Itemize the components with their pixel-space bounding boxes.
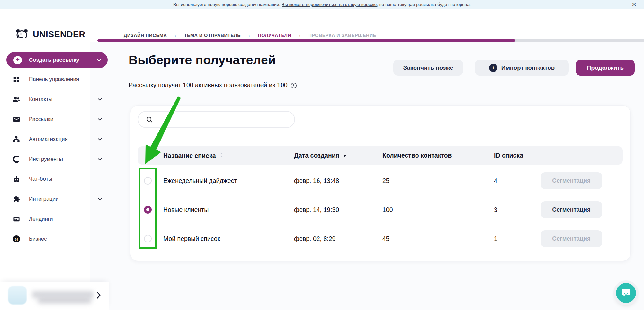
chevron-right-icon — [96, 292, 101, 300]
yandex-business-icon: Я — [12, 235, 21, 243]
app-window: Вы используете новую версию создания кам… — [0, 0, 644, 310]
banner-close-icon[interactable]: ✕ — [629, 0, 639, 9]
sidebar-item-label: Бизнес — [29, 236, 47, 242]
segmentation-button: Сегментация — [541, 230, 602, 247]
column-header-contact-count: Количество контактов — [382, 146, 452, 165]
sidebar-item-integrations[interactable]: Интеграции — [6, 193, 108, 205]
page-subtitle: Рассылку получат 100 активных пользовате… — [129, 81, 297, 89]
automation-icon — [12, 135, 21, 143]
sidebar-item-chatbots[interactable]: Чат-боты — [6, 173, 108, 186]
list-contact-count: 100 — [382, 201, 393, 218]
info-icon[interactable] — [291, 82, 297, 89]
breadcrumb-step-recipients[interactable]: ПОЛУЧАТЕЛИ — [258, 33, 291, 38]
list-date: февр. 14, 19:30 — [294, 201, 339, 218]
banner-text-after: , но ваша текущая рассылка будет потерян… — [377, 2, 471, 7]
column-header-date-created[interactable]: Дата создания — [294, 146, 346, 165]
chevron-down-icon — [98, 158, 102, 160]
chevron-down-icon — [98, 138, 102, 141]
create-campaign-button[interactable]: + Создать рассылку — [6, 52, 108, 68]
search-field — [138, 111, 295, 128]
blurred-account-email — [38, 297, 91, 303]
mailings-icon — [12, 115, 21, 123]
sidebar-item-automation[interactable]: Автоматизация — [6, 133, 108, 146]
sidebar-item-label: Инструменты — [29, 156, 63, 162]
chatbot-icon — [12, 175, 21, 183]
sidebar-item-dashboard[interactable]: Панель управления — [6, 73, 108, 86]
chevron-down-icon — [98, 118, 102, 121]
sidebar-item-contacts[interactable]: Контакты — [6, 93, 108, 106]
import-contacts-label: Импорт контактов — [501, 64, 555, 71]
svg-text:Я: Я — [15, 237, 18, 242]
segmentation-button: Сегментация — [541, 172, 602, 189]
create-campaign-label: Создать рассылку — [29, 57, 79, 63]
column-header-list-id: ID списка — [494, 146, 523, 165]
sort-desc-icon[interactable] — [343, 155, 346, 157]
landings-icon — [12, 215, 21, 223]
tools-magnet-icon — [12, 155, 21, 163]
sidebar-item-landings[interactable]: Лендинги — [6, 213, 108, 225]
chevron-down-icon — [98, 98, 102, 101]
breadcrumb-step-design[interactable]: ДИЗАЙН ПИСЬМА — [124, 33, 167, 38]
sidebar-item-tools[interactable]: Инструменты — [6, 153, 108, 166]
sidebar-item-business[interactable]: Я Бизнес — [6, 233, 108, 245]
finish-later-button[interactable]: Закончить позже — [393, 60, 463, 76]
radio-select-list-checked[interactable] — [144, 206, 152, 214]
sidebar-item-label: Контакты — [29, 96, 52, 103]
account-switcher[interactable] — [0, 282, 109, 310]
import-contacts-button[interactable]: + Импорт контактов — [475, 60, 569, 76]
contacts-icon — [12, 95, 21, 104]
wizard-progress-track — [97, 39, 644, 42]
avatar — [8, 286, 27, 305]
version-notice-banner: Вы используете новую версию создания кам… — [0, 0, 644, 9]
wizard-progress-fill — [97, 39, 515, 42]
breadcrumb-separator: › — [174, 33, 176, 38]
banner-text-before: Вы используете новую версию создания кам… — [173, 2, 282, 7]
sort-both-icon[interactable] — [220, 146, 223, 165]
page-title: Выберите получателей — [129, 53, 276, 67]
radio-select-list[interactable] — [144, 177, 152, 185]
sidebar-item-label: Чат-боты — [29, 176, 52, 182]
sidebar-item-label: Интеграции — [29, 196, 59, 202]
dashboard-icon — [12, 75, 21, 84]
plus-icon: + — [489, 64, 497, 72]
list-name: Новые клиенты — [163, 201, 209, 218]
list-id: 1 — [494, 230, 497, 247]
sidebar-item-label: Лендинги — [29, 216, 53, 222]
column-header-list-name[interactable]: Название списка — [163, 146, 223, 165]
sidebar-item-label: Рассылки — [29, 116, 53, 123]
chat-widget-button[interactable] — [616, 283, 636, 303]
list-contact-count: 25 — [382, 172, 389, 189]
breadcrumb-separator: › — [248, 33, 250, 38]
list-name: Еженедельный дайджест — [163, 172, 237, 189]
breadcrumb: ДИЗАЙН ПИСЬМА › ТЕМА И ОТПРАВИТЕЛЬ › ПОЛ… — [124, 32, 376, 39]
breadcrumb-step-subject[interactable]: ТЕМА И ОТПРАВИТЕЛЬ — [184, 33, 241, 38]
chevron-down-icon — [98, 198, 102, 200]
list-id: 4 — [494, 172, 497, 189]
plus-icon: + — [13, 56, 22, 64]
segmentation-button[interactable]: Сегментация — [541, 201, 602, 218]
integrations-puzzle-icon — [12, 195, 21, 203]
radio-select-list[interactable] — [144, 235, 152, 242]
sidebar-item-mailings[interactable]: Рассылки — [6, 113, 108, 126]
breadcrumb-separator: › — [299, 33, 300, 38]
continue-button[interactable]: Продолжить — [576, 60, 635, 76]
switch-to-old-version-link[interactable]: Вы можете переключиться на старую версию — [282, 2, 377, 7]
list-date: февр. 16, 13:48 — [294, 172, 339, 189]
recipients-summary: Рассылку получат 100 активных пользовате… — [129, 81, 288, 89]
list-date: февр. 02, 8:29 — [294, 230, 335, 247]
search-icon — [146, 116, 153, 124]
list-name: Мой первый список — [163, 230, 220, 247]
sidebar-item-label: Автоматизация — [29, 136, 68, 142]
search-input[interactable] — [157, 112, 289, 127]
breadcrumb-step-review: ПРОВЕРКА И ЗАВЕРШЕНИЕ — [308, 33, 376, 38]
list-id: 3 — [494, 201, 497, 218]
top-header: UNISENDER ДИЗАЙН ПИСЬМА › ТЕМА И ОТПРАВИ… — [0, 9, 644, 38]
chat-bubble-icon — [621, 287, 631, 298]
sidebar-item-label: Панель управления — [29, 76, 79, 83]
list-contact-count: 45 — [382, 230, 389, 247]
chevron-down-icon — [97, 59, 101, 61]
